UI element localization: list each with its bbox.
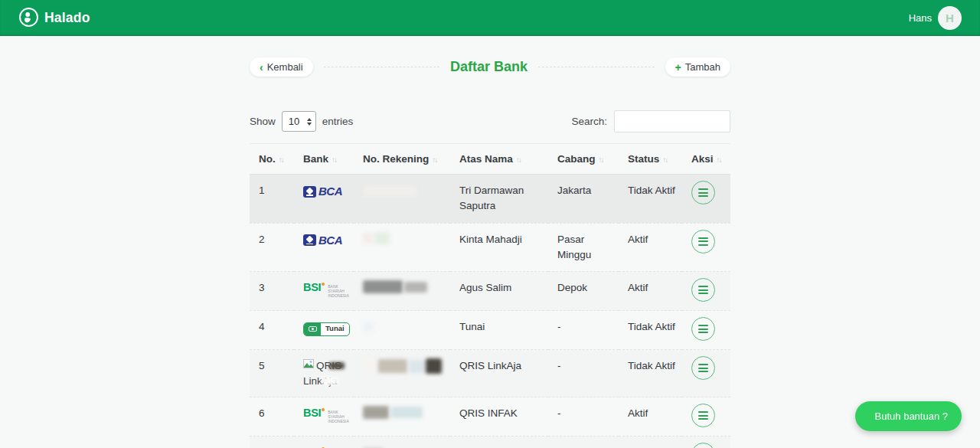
table-controls: Show 10 entries Search: bbox=[250, 110, 730, 132]
table-row: 7 BSIBANK SYARIAH INDONESIA QRIS MAHAD A… bbox=[250, 437, 730, 448]
money-icon bbox=[304, 323, 321, 335]
cell-status: Aktif bbox=[619, 223, 682, 272]
cell-atas-nama: Tunai bbox=[450, 311, 548, 350]
brand-logo[interactable]: Halado bbox=[18, 7, 90, 30]
cell-atas-nama: Tri Darmawan Saputra bbox=[450, 175, 548, 224]
account-number-redacted bbox=[390, 407, 423, 418]
cell-no: 5 bbox=[250, 350, 294, 397]
column-header-no[interactable]: No.↑↓ bbox=[250, 144, 294, 175]
cell-atas-nama: QRIS LinkAja bbox=[450, 350, 548, 397]
main-content: ‹ Kembali Daftar Bank + Tambah Show 10 e… bbox=[250, 57, 730, 448]
avatar[interactable]: H bbox=[938, 6, 962, 30]
bsi-logo: BSIBANK SYARIAH INDONESIA bbox=[303, 407, 352, 423]
table-row: 3 BSIBANK SYARIAH INDONESIA Agus Salim D… bbox=[250, 272, 730, 311]
cell-cabang: Pasar Minggu bbox=[548, 223, 619, 272]
page-size-value: 10 bbox=[289, 116, 299, 127]
user-menu[interactable]: Hans H bbox=[909, 6, 962, 30]
cell-status: Tidak Aktif bbox=[619, 350, 682, 397]
page-size-select[interactable]: 10 bbox=[282, 111, 316, 132]
cell-atas-nama: Kinta Mahadji bbox=[450, 223, 548, 272]
cell-cabang: - bbox=[548, 397, 619, 437]
help-button[interactable]: Butuh bantuan ? bbox=[855, 401, 962, 431]
cell-status: Tidak Aktif bbox=[619, 175, 682, 224]
column-header-rekening[interactable]: No. Rekening↑↓ bbox=[354, 144, 450, 175]
bsi-dot-icon bbox=[322, 408, 325, 411]
row-actions-button[interactable] bbox=[691, 404, 715, 427]
add-button[interactable]: + Tambah bbox=[665, 57, 730, 77]
row-actions-button[interactable] bbox=[691, 278, 715, 302]
sort-icon: ↑↓ bbox=[279, 155, 283, 164]
row-actions-button[interactable] bbox=[691, 443, 715, 448]
bank-table: No.↑↓ Bank↑↓ No. Rekening↑↓ Atas Nama↑↓ … bbox=[250, 143, 730, 448]
brand-name: Halado bbox=[44, 10, 90, 26]
cell-no: 4 bbox=[250, 311, 294, 350]
page-size-control: Show 10 entries bbox=[250, 111, 353, 132]
row-actions-button[interactable] bbox=[691, 230, 715, 253]
row-actions-button[interactable] bbox=[691, 356, 715, 380]
bca-logo: BCA bbox=[303, 232, 342, 250]
sort-icon: ↑↓ bbox=[599, 155, 603, 164]
plus-icon: + bbox=[675, 62, 681, 73]
back-button[interactable]: ‹ Kembali bbox=[250, 57, 313, 77]
table-row: 6 BSIBANK SYARIAH INDONESIA QRIS INFAK -… bbox=[250, 397, 730, 437]
divider-line bbox=[538, 67, 654, 67]
sort-icon: ↑↓ bbox=[332, 155, 336, 164]
alt-text-redaction bbox=[329, 362, 345, 369]
account-number-redacted bbox=[363, 406, 389, 419]
search-control: Search: bbox=[571, 110, 730, 132]
column-header-atas-nama[interactable]: Atas Nama↑↓ bbox=[450, 144, 548, 175]
bsi-dot-icon bbox=[322, 283, 325, 286]
table-row: 4 Tunai Tunai - Tidak Aktif bbox=[250, 311, 730, 350]
cell-status: Tidak Aktif bbox=[619, 311, 682, 350]
account-number-redacted bbox=[409, 360, 424, 373]
account-number-redacted bbox=[363, 233, 373, 244]
account-number-redacted bbox=[404, 282, 427, 293]
cell-atas-nama: Agus Salim bbox=[450, 272, 548, 311]
cell-no: 3 bbox=[250, 272, 294, 311]
cell-status: Aktif bbox=[619, 397, 682, 437]
account-number-redacted bbox=[363, 359, 377, 373]
qris-linkaja-broken-image: QRIS LinkAja bbox=[303, 358, 351, 388]
column-header-status[interactable]: Status↑↓ bbox=[619, 144, 682, 175]
cell-atas-nama: QRIS MAHAD bbox=[450, 437, 548, 448]
cell-cabang: - bbox=[548, 311, 619, 350]
select-arrows-icon bbox=[307, 118, 312, 126]
cell-cabang bbox=[548, 437, 619, 448]
account-number-redacted bbox=[426, 358, 442, 374]
tunai-logo: Tunai bbox=[303, 322, 350, 336]
row-actions-button[interactable] bbox=[691, 317, 715, 341]
cell-no: 1 bbox=[250, 175, 294, 224]
sort-icon: ↑↓ bbox=[432, 155, 436, 164]
column-header-aksi[interactable]: Aksi↑↓ bbox=[682, 144, 730, 175]
page-title: Daftar Bank bbox=[450, 59, 528, 75]
sort-icon: ↑↓ bbox=[717, 155, 721, 164]
cell-cabang: Jakarta bbox=[548, 175, 619, 224]
bsi-logo: BSIBANK SYARIAH INDONESIA bbox=[303, 282, 352, 298]
cell-cabang: Depok bbox=[548, 272, 619, 311]
account-number-redacted bbox=[374, 232, 390, 244]
divider-line bbox=[324, 67, 439, 67]
sort-icon: ↑↓ bbox=[516, 155, 521, 164]
bca-icon bbox=[303, 186, 316, 198]
cell-cabang: - bbox=[548, 350, 619, 397]
broken-image-icon bbox=[303, 358, 315, 374]
cell-no: 7 bbox=[250, 437, 294, 448]
cell-status: Aktif bbox=[619, 437, 682, 448]
column-header-bank[interactable]: Bank↑↓ bbox=[294, 144, 354, 175]
sort-icon: ↑↓ bbox=[662, 155, 667, 164]
alt-text-redaction bbox=[322, 377, 338, 385]
back-button-label: Kembali bbox=[267, 61, 303, 73]
row-actions-button[interactable] bbox=[691, 181, 715, 204]
halado-logo-icon bbox=[18, 7, 39, 30]
column-header-cabang[interactable]: Cabang↑↓ bbox=[548, 144, 619, 175]
show-label: Show bbox=[250, 116, 276, 127]
chevron-left-icon: ‹ bbox=[260, 62, 263, 73]
cell-atas-nama: QRIS INFAK bbox=[450, 397, 548, 437]
cell-status: Aktif bbox=[619, 272, 682, 311]
page-toolbar: ‹ Kembali Daftar Bank + Tambah bbox=[250, 57, 730, 77]
app-header: Halado Hans H bbox=[0, 0, 980, 36]
account-number-redacted bbox=[363, 322, 374, 332]
search-input[interactable] bbox=[614, 110, 730, 132]
table-header-row: No.↑↓ Bank↑↓ No. Rekening↑↓ Atas Nama↑↓ … bbox=[250, 144, 730, 175]
account-number-redacted bbox=[363, 186, 416, 196]
